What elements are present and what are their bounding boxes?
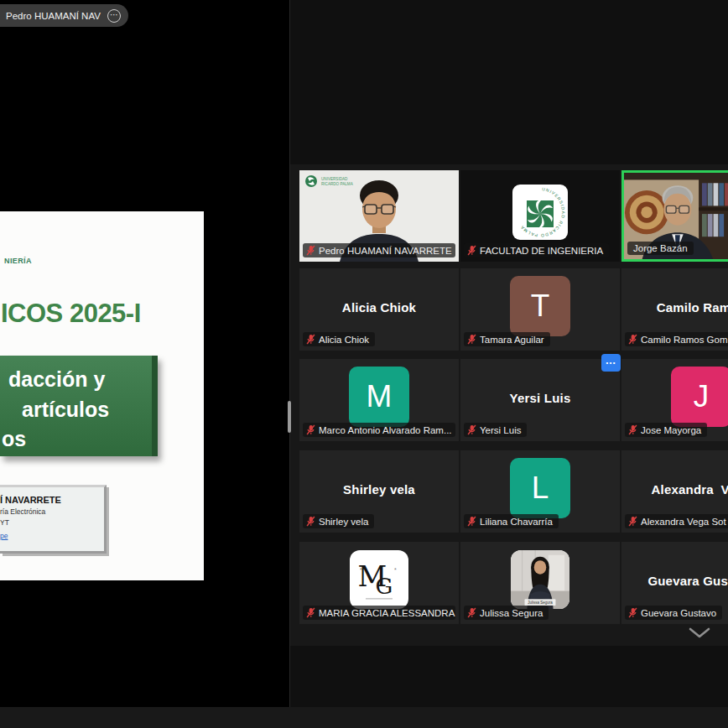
muted-mic-icon [628, 424, 637, 435]
speaker-info-box: Í NAVARRETE ría Electrónica YT pe [0, 485, 107, 554]
muted-mic-icon [306, 516, 315, 527]
name-label: Tamara Aguilar [464, 332, 550, 346]
participant-name-text: Guevara Gustavo [621, 574, 728, 588]
participant-name-text: Alicia Chiok [299, 300, 459, 315]
muted-mic-icon [467, 607, 476, 618]
participant-name: MARIA GRACIA ALESSANDRA ... [319, 608, 455, 618]
pinned-speaker-pill[interactable]: Pedro HUAMANÍ NAV ⋯ [0, 4, 128, 27]
participant-name: Marco Antonio Alvarado Ram... [319, 425, 452, 435]
participant-tile[interactable]: JJose Mayorga [621, 359, 728, 441]
muted-mic-icon [306, 424, 315, 435]
participant-tile[interactable]: Alexandra VegaAlexandra Vega Sot [621, 450, 728, 533]
participant-tile[interactable]: Julissa Segura Julissa Segura [460, 542, 620, 624]
participant-name: Alexandra Vega Sot [641, 517, 726, 527]
shared-screen-slide: NIERÍA ICOS 2025-I dacción y artículos o… [0, 211, 204, 580]
svg-text:RICARDO PALMA: RICARDO PALMA [321, 182, 354, 186]
speaker-affiliation-text: YT [0, 518, 104, 527]
topic-line: artículos [0, 395, 152, 425]
participant-name: Yersi Luis [480, 425, 521, 435]
muted-mic-icon [467, 334, 476, 345]
speaker-email-link: pe [0, 532, 8, 540]
participant-name: Julissa Segura [480, 608, 543, 618]
slide-faculty-text: NIERÍA [4, 257, 32, 265]
participant-name: Shirley vela [319, 517, 368, 527]
muted-mic-icon [628, 516, 637, 527]
profile-photo-avatar: Julissa Segura [511, 550, 569, 609]
name-label: Yersi Luis [464, 423, 527, 437]
muted-mic-icon [467, 516, 476, 527]
name-label: Guevara Gustavo [625, 606, 722, 620]
participant-name: Guevara Gustavo [641, 608, 716, 618]
name-label: Pedro HUAMANÍ NAVARRETE [303, 243, 455, 257]
scrollbar-thumb[interactable] [288, 401, 291, 433]
participant-tile[interactable]: UNIVERSIDAD RICARDO PALMA FACULTAD DE IN… [460, 170, 620, 262]
scroll-down-chevron-icon[interactable] [688, 627, 711, 640]
name-label: Jorge Bazán [627, 242, 694, 255]
muted-mic-icon [467, 245, 476, 256]
speaker-degree-text: ría Electrónica [0, 507, 104, 516]
participant-tile[interactable]: Camilo RamosCamilo Ramos Gom [621, 268, 728, 351]
participant-name: Alicia Chiok [319, 335, 369, 345]
participant-tile[interactable]: Shirley velaShirley vela [299, 450, 459, 533]
name-label: Camilo Ramos Gom [625, 332, 728, 346]
participant-tile[interactable]: Jorge Bazán [621, 170, 728, 262]
participant-name: FACULTAD DE INGENIERIA [480, 246, 603, 256]
participant-name: Jose Mayorga [641, 425, 701, 435]
initial-avatar: M [349, 367, 409, 427]
muted-mic-icon [628, 607, 637, 618]
urp-watermark-logo: UNIVERSIDAD RICARDO PALMA [305, 175, 354, 187]
participant-name: Liliana Chavarría [480, 517, 553, 527]
participant-name: Camilo Ramos Gom [641, 335, 728, 345]
svg-text:G: G [376, 574, 393, 599]
tile-more-options-button[interactable]: … [601, 354, 621, 372]
participant-tile[interactable]: M G * * MARIA GRACIA ALESSANDRA ... [299, 542, 459, 624]
muted-mic-icon [306, 334, 315, 345]
participant-name-text: Yersi Luis [460, 391, 620, 405]
participant-tile[interactable]: UNIVERSIDAD RICARDO PALMA Pedro HUAMANÍ … [299, 170, 459, 262]
topic-line: dacción y [0, 365, 152, 395]
muted-mic-icon [628, 334, 637, 345]
topic-line: os [0, 424, 152, 455]
faculty-logo-avatar: UNIVERSIDAD RICARDO PALMA [512, 185, 568, 240]
participant-tile[interactable]: Alicia ChiokAlicia Chiok [299, 268, 459, 351]
initial-avatar: J [671, 367, 728, 427]
panel-divider [289, 0, 290, 728]
participant-name-text: Camilo Ramos [621, 300, 728, 315]
slide-title: ICOS 2025-I [1, 299, 141, 329]
name-label: Alexandra Vega Sot [625, 514, 728, 528]
participant-tile[interactable]: LLiliana Chavarría [460, 450, 620, 533]
name-label: Liliana Chavarría [464, 514, 559, 528]
name-label: Alicia Chiok [303, 332, 375, 346]
speaker-name-text: Í NAVARRETE [0, 495, 104, 505]
name-label: Julissa Segura [464, 606, 549, 620]
initial-avatar: L [510, 458, 570, 518]
participant-name-text: Shirley vela [299, 482, 459, 497]
pinned-speaker-name: Pedro HUAMANÍ NAV [6, 11, 101, 21]
participant-name-text: Alexandra Vega [621, 482, 728, 497]
name-label: Jose Mayorga [625, 423, 707, 437]
participant-name: Tamara Aguilar [480, 335, 544, 345]
name-label: Marco Antonio Alvarado Ram... [303, 423, 455, 437]
participant-name: Pedro HUAMANÍ NAVARRETE [319, 246, 452, 256]
mg-monogram-avatar: M G * * [350, 550, 408, 609]
participant-tile[interactable]: MMarco Antonio Alvarado Ram... [299, 359, 459, 441]
participant-tile[interactable]: TTamara Aguilar [460, 268, 620, 351]
svg-text:Julissa Segura: Julissa Segura [528, 601, 553, 605]
svg-text:UNIVERSIDAD: UNIVERSIDAD [321, 177, 348, 181]
bottom-bar [0, 707, 728, 728]
participant-tile[interactable]: Yersi LuisYersi Luis [460, 359, 620, 441]
pill-options-icon[interactable]: ⋯ [107, 9, 121, 23]
svg-text:*: * [394, 567, 397, 573]
muted-mic-icon [467, 424, 476, 435]
participant-name: Jorge Bazán [633, 243, 688, 253]
initial-avatar: T [510, 276, 570, 336]
svg-text:*: * [360, 567, 362, 573]
muted-mic-icon [306, 245, 315, 256]
name-label: Shirley vela [303, 514, 374, 528]
participant-tile[interactable]: Guevara GustavoGuevara Gustavo [621, 542, 728, 624]
name-label: MARIA GRACIA ALESSANDRA ... [303, 606, 455, 620]
slide-topic-box: dacción y artículos os [0, 356, 158, 456]
muted-mic-icon [306, 607, 315, 618]
name-label: FACULTAD DE INGENIERIA [464, 243, 609, 257]
